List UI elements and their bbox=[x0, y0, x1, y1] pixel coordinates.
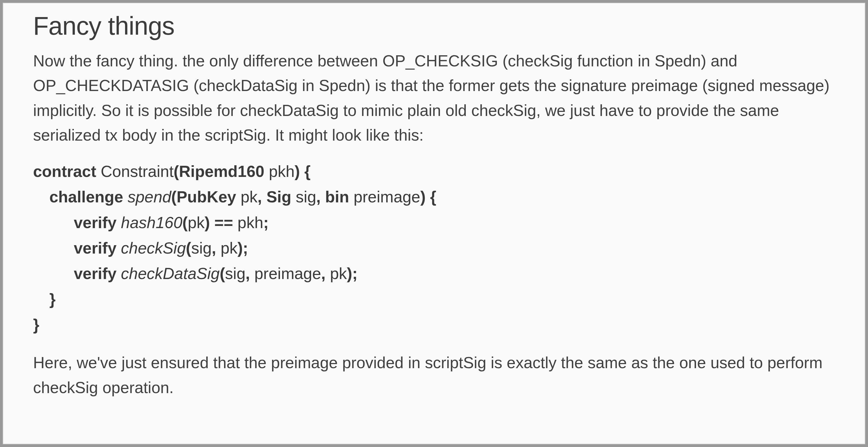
param: pk bbox=[241, 188, 257, 206]
punct: ( bbox=[220, 265, 225, 282]
param: pkh bbox=[269, 163, 294, 180]
arg: sig bbox=[191, 239, 212, 257]
code-block: contract Constraint(Ripemd160 pkh) { cha… bbox=[33, 159, 835, 338]
punct: , bbox=[321, 265, 330, 282]
operator: ) == bbox=[205, 214, 237, 232]
close-brace: } bbox=[33, 316, 39, 334]
type-decl: , bin bbox=[316, 188, 354, 206]
param: sig bbox=[296, 188, 316, 206]
arg: pkh bbox=[238, 214, 264, 232]
keyword-verify: verify bbox=[74, 265, 121, 282]
type-decl: , Sig bbox=[257, 188, 296, 206]
punct: ) { bbox=[420, 188, 436, 206]
punct: ( bbox=[186, 239, 191, 257]
punct: ) { bbox=[294, 163, 311, 180]
closing-paragraph: Here, we've just ensured that the preima… bbox=[33, 350, 835, 400]
function-call: hash160 bbox=[121, 214, 182, 232]
code-line-2: challenge spend(PubKey pk, Sig sig, bin … bbox=[33, 184, 835, 210]
code-line-3: verify hash160(pk) == pkh; bbox=[33, 210, 835, 235]
function-call: checkDataSig bbox=[121, 265, 220, 282]
arg: pk bbox=[220, 239, 237, 257]
identifier: Constraint bbox=[101, 163, 174, 180]
keyword-contract: contract bbox=[33, 163, 101, 180]
code-line-4: verify checkSig(sig, pk); bbox=[33, 235, 835, 261]
type-decl: (PubKey bbox=[171, 188, 241, 206]
arg: pk bbox=[188, 214, 205, 232]
punct: , bbox=[246, 265, 254, 282]
intro-paragraph: Now the fancy thing. the only difference… bbox=[33, 49, 835, 148]
arg: sig bbox=[225, 265, 246, 282]
punct: ( bbox=[182, 214, 188, 232]
punct: ); bbox=[347, 265, 358, 282]
punct: ); bbox=[237, 239, 248, 257]
param: preimage bbox=[353, 188, 420, 206]
code-line-5: verify checkDataSig(sig, preimage, pk); bbox=[33, 261, 835, 286]
function-name: spend bbox=[128, 188, 172, 206]
keyword-challenge: challenge bbox=[50, 188, 128, 206]
punct: , bbox=[212, 239, 220, 257]
arg: pk bbox=[330, 265, 347, 282]
section-heading: Fancy things bbox=[33, 11, 835, 41]
type-decl: (Ripemd160 bbox=[174, 163, 269, 180]
keyword-verify: verify bbox=[74, 214, 121, 232]
code-line-6: } bbox=[33, 287, 835, 312]
document-container: Fancy things Now the fancy thing. the on… bbox=[3, 3, 865, 444]
code-line-7: } bbox=[33, 312, 835, 338]
arg: preimage bbox=[254, 265, 321, 282]
keyword-verify: verify bbox=[74, 239, 121, 257]
function-call: checkSig bbox=[121, 239, 186, 257]
code-line-1: contract Constraint(Ripemd160 pkh) { bbox=[33, 159, 835, 184]
punct: ; bbox=[264, 214, 269, 232]
close-brace: } bbox=[50, 290, 56, 308]
